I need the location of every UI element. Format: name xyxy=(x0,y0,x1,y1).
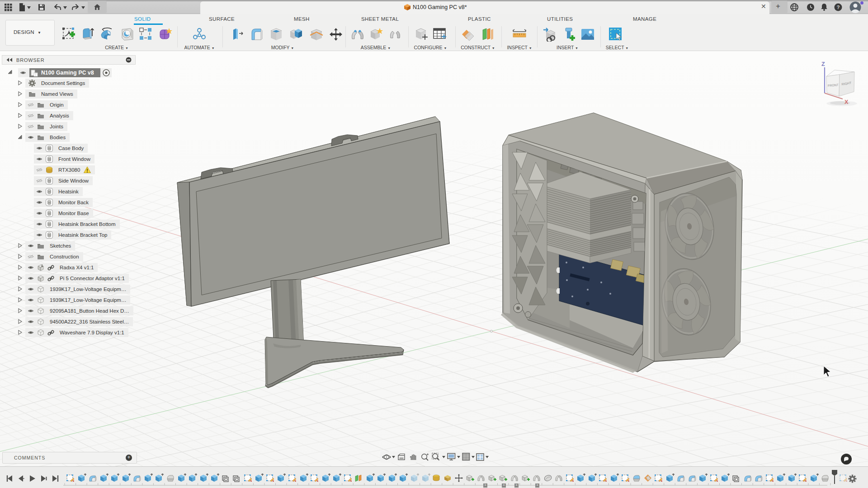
svg-text:Z: Z xyxy=(821,61,825,67)
svg-text:?: ? xyxy=(837,5,840,10)
svg-text:X: X xyxy=(844,99,849,105)
